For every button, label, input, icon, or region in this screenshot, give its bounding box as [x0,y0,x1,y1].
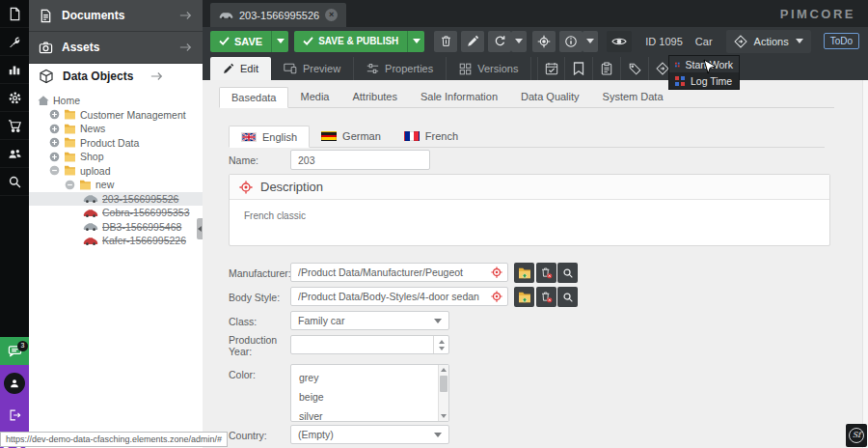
schedule-tab-button[interactable] [537,57,565,80]
save-dropdown-button[interactable] [271,31,288,52]
description-header: Description [230,175,829,200]
color-option[interactable]: silver [291,406,448,422]
collapse-minus-icon[interactable] [65,180,75,190]
sidebar: Documents Assets Data Objects Home Custo… [29,0,203,448]
color-label: Color: [229,369,288,380]
tab-language-english[interactable]: English [229,126,310,148]
save-publish-button[interactable]: SAVE & PUBLISH [294,31,407,52]
rename-button[interactable] [461,31,484,52]
color-option[interactable]: grey [291,368,448,387]
country-select[interactable]: (Empty) [290,425,449,444]
sidebar-panel-documents[interactable]: Documents [29,0,203,32]
tab-label: English [262,131,297,143]
settings-gear-icon[interactable] [0,84,29,112]
tab-properties[interactable]: Properties [354,57,447,80]
sidebar-panel-assets[interactable]: Assets [29,32,203,64]
tree-node-folder[interactable]: new [29,178,203,192]
tree-node-object[interactable]: Cobra-1566995353 [29,206,203,220]
body-style-clear-button[interactable] [536,287,556,307]
manufacturer-search-button[interactable] [557,263,578,283]
tab-edit[interactable]: Edit [210,57,271,80]
spin-down-icon[interactable] [439,347,445,350]
number-spinner[interactable] [433,336,448,353]
save-button[interactable]: SAVE [210,31,271,52]
locate-in-tree-button[interactable] [532,31,556,52]
tools-icon[interactable] [0,28,29,56]
country-value: (Empty) [298,429,434,440]
scrollbar[interactable] [438,365,448,421]
tree-node-folder[interactable]: Shop [29,150,203,164]
body-style-open-button[interactable] [514,287,534,307]
name-input[interactable] [290,150,430,170]
info-dropdown-button[interactable] [583,31,598,52]
logout-button[interactable] [5,406,24,425]
color-multiselect[interactable]: grey beige silver [290,364,449,422]
expand-plus-icon[interactable] [49,152,60,162]
scroll-down-icon[interactable] [441,414,447,418]
notifications-chat-button[interactable]: 3 [0,337,29,365]
manufacturer-open-button[interactable] [514,263,534,283]
tab-system-data[interactable]: System Data [591,87,675,107]
tab-language-german[interactable]: German [310,126,393,147]
tab-media[interactable]: Media [288,87,340,107]
tree-node-object-selected[interactable]: 203-1566995526 [29,192,203,207]
reload-button[interactable] [488,31,511,52]
info-button[interactable] [559,31,583,52]
delete-button[interactable] [434,31,457,52]
preview-eye-button[interactable] [607,31,632,52]
color-option[interactable]: beige [291,387,448,406]
production-year-input[interactable] [290,335,449,354]
scroll-thumb[interactable] [440,376,448,392]
menu-item-start-work[interactable]: Start Work [669,56,739,72]
symfony-debug-button[interactable]: Sf [846,424,867,447]
workflow-actions-button[interactable]: Actions [726,30,811,53]
body-style-relation-field[interactable]: /Product Data/Body-Styles/4-door sedan [290,287,508,306]
expand-plus-icon[interactable] [49,137,60,148]
manufacturer-relation-field[interactable]: /Product Data/Manufacturer/Peugeot [290,263,508,282]
tree-node-folder[interactable]: Product Data [29,136,203,151]
menu-item-label: Start Work [686,59,733,70]
notes-tab-button[interactable] [565,57,593,80]
sidebar-collapse-handle[interactable] [197,218,203,239]
panel-scrollbar[interactable] [862,80,868,448]
tree-node-folder[interactable]: News [29,122,203,136]
expand-plus-icon[interactable] [49,109,60,120]
file-icon[interactable] [0,0,29,28]
collapse-minus-icon[interactable] [49,165,60,176]
tab-data-quality[interactable]: Data Quality [509,87,591,107]
tab-basedata[interactable]: Basedata [219,87,288,108]
cart-icon[interactable] [0,112,29,140]
reports-icon[interactable] [0,56,29,84]
tree-node-object[interactable]: Kafer-1566995226 [29,234,203,248]
tree-node-label: Product Data [80,137,139,149]
menu-item-log-time[interactable]: Log Time [669,72,739,89]
manufacturer-clear-button[interactable] [536,263,556,283]
tree-node-folder[interactable]: Customer Management [29,108,203,123]
tab-sale-information[interactable]: Sale Information [409,87,509,107]
tab-versions[interactable]: Versions [447,57,531,80]
user-avatar[interactable] [4,373,25,394]
spin-up-icon[interactable] [439,340,445,344]
tree-node-home[interactable]: Home [29,94,203,108]
tab-close-icon[interactable]: × [325,9,338,21]
tags-tab-button[interactable] [621,57,649,80]
tasks-tab-button[interactable] [593,57,621,80]
reload-dropdown-button[interactable] [511,31,527,52]
scroll-up-icon[interactable] [441,368,447,372]
save-publish-dropdown-button[interactable] [407,31,424,52]
browser-statusbar: https://dev-demo-data-cfasching.elements… [0,432,228,447]
tree-node-object[interactable]: DB3-1566995468 [29,220,203,235]
search-icon[interactable] [0,168,29,196]
sidebar-panel-data-objects[interactable]: Data Objects [29,64,203,90]
open-object-tab[interactable]: 203-1566995526 × [210,3,346,27]
tree-node-folder[interactable]: upload [29,164,203,179]
users-icon[interactable] [0,140,29,168]
tab-language-french[interactable]: French [393,126,470,147]
body-style-search-button[interactable] [557,287,578,307]
expand-plus-icon[interactable] [49,124,60,134]
tab-preview[interactable]: Preview [271,57,354,80]
tag-icon [629,63,641,75]
description-value[interactable]: French classic [230,200,829,232]
class-select[interactable]: Family car [290,311,449,330]
tab-attributes[interactable]: Attributes [340,87,408,107]
